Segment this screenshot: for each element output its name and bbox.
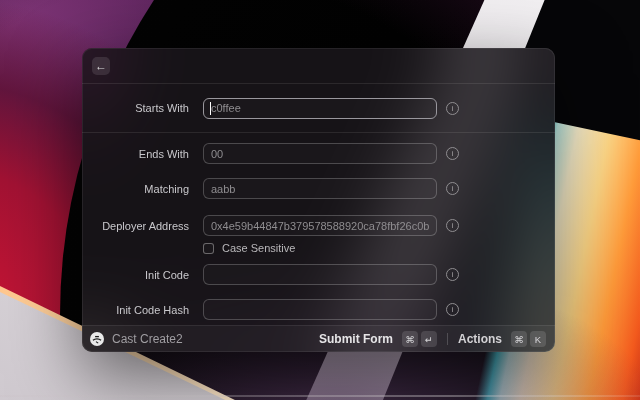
- footer-actions: Submit Form ⌘ ↵ Actions ⌘ K: [317, 329, 548, 349]
- back-button[interactable]: ←: [92, 57, 110, 75]
- info-icon[interactable]: i: [446, 219, 459, 232]
- text-caret: [210, 102, 211, 115]
- raycast-window: ← Starts With i Ends With i Matching: [82, 48, 555, 352]
- submit-form-label: Submit Form: [319, 332, 393, 346]
- form-body: Ends With i Matching i Deployer Address …: [82, 133, 555, 325]
- wallpaper-floor-line: [0, 395, 640, 397]
- case-sensitive-checkbox[interactable]: [203, 243, 214, 254]
- ends-with-input[interactable]: [203, 143, 437, 164]
- footer: Cast Create2 Submit Form ⌘ ↵ Actions ⌘ K: [82, 325, 555, 352]
- deployer-address-input[interactable]: [203, 215, 437, 236]
- field-label: Starts With: [82, 102, 189, 114]
- info-icon[interactable]: i: [446, 147, 459, 160]
- command-name: Cast Create2: [112, 332, 183, 346]
- info-icon[interactable]: i: [446, 303, 459, 316]
- init-code-input[interactable]: [203, 264, 437, 285]
- input-wrap: [203, 264, 437, 285]
- keycap-return-icon: ↵: [421, 331, 437, 347]
- field-row-matching: Matching i: [82, 178, 555, 199]
- footer-separator: [447, 333, 448, 345]
- field-section-starts-with: Starts With i: [82, 84, 555, 132]
- case-sensitive-label: Case Sensitive: [222, 242, 295, 254]
- window-header: ←: [82, 48, 555, 83]
- matching-input[interactable]: [203, 178, 437, 199]
- input-wrap: [203, 299, 437, 320]
- starts-with-input[interactable]: [203, 98, 437, 119]
- field-row-starts-with: Starts With i: [82, 98, 555, 119]
- input-wrap: [203, 215, 437, 236]
- input-wrap: [203, 143, 437, 164]
- extension-icon: [90, 332, 104, 346]
- field-label: Ends With: [82, 148, 189, 160]
- init-code-hash-input[interactable]: [203, 299, 437, 320]
- input-wrap: [203, 178, 437, 199]
- input-wrap: [203, 98, 437, 119]
- keycap-cmd-icon: ⌘: [511, 331, 527, 347]
- field-label: Deployer Address: [82, 220, 189, 232]
- field-row-deployer-address: Deployer Address i: [82, 215, 555, 236]
- field-label: Init Code Hash: [82, 304, 189, 316]
- actions-button[interactable]: Actions ⌘ K: [456, 329, 548, 349]
- actions-label: Actions: [458, 332, 502, 346]
- info-icon[interactable]: i: [446, 102, 459, 115]
- field-label: Init Code: [82, 269, 189, 281]
- info-icon[interactable]: i: [446, 268, 459, 281]
- submit-form-button[interactable]: Submit Form ⌘ ↵: [317, 329, 439, 349]
- info-icon[interactable]: i: [446, 182, 459, 195]
- case-sensitive-row: Case Sensitive: [203, 242, 555, 254]
- field-row-init-code-hash: Init Code Hash i: [82, 299, 555, 320]
- field-label: Matching: [82, 183, 189, 195]
- back-arrow-icon: ←: [95, 60, 107, 72]
- keycap-cmd-icon: ⌘: [402, 331, 418, 347]
- field-row-init-code: Init Code i: [82, 264, 555, 285]
- field-row-ends-with: Ends With i: [82, 143, 555, 164]
- keycap-k-icon: K: [530, 331, 546, 347]
